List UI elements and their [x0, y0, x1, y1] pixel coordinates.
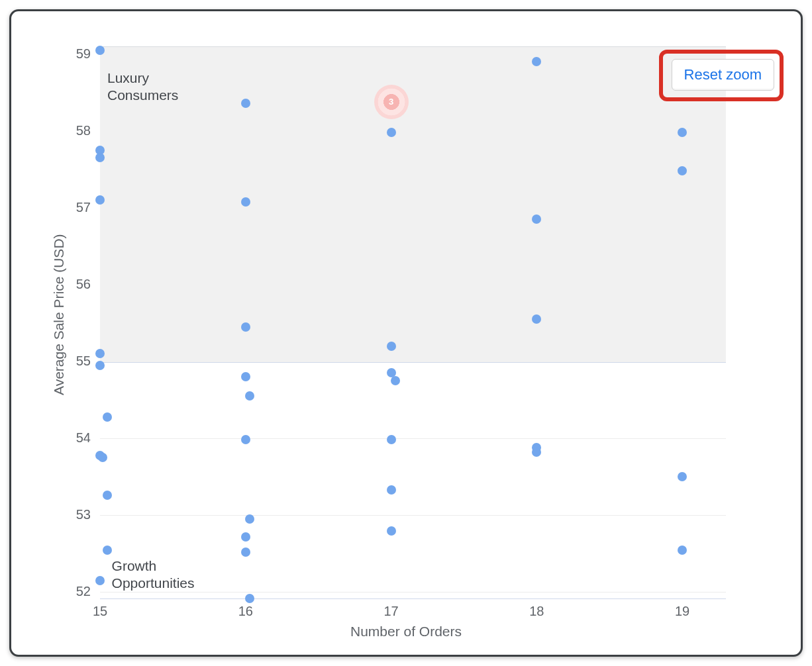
gridline-y [100, 438, 726, 439]
data-point[interactable] [532, 448, 541, 457]
chart-frame: Luxury ConsumersGrowth Opportunities3 Av… [9, 9, 803, 657]
x-tick-label: 16 [229, 604, 262, 619]
data-point[interactable] [245, 594, 254, 603]
y-tick-label: 56 [62, 277, 91, 292]
data-point[interactable] [95, 46, 105, 55]
data-point[interactable] [387, 342, 396, 351]
luxury-consumers-label: Luxury Consumers [107, 70, 178, 104]
data-point[interactable] [103, 412, 112, 422]
y-tick-label: 53 [62, 507, 91, 522]
plot-area[interactable]: Luxury ConsumersGrowth Opportunities3 [100, 46, 726, 600]
reset-zoom-button[interactable]: Reset zoom [672, 59, 774, 91]
y-tick-label: 52 [62, 584, 91, 599]
data-point[interactable] [391, 376, 400, 385]
y-tick-label: 54 [62, 430, 91, 446]
data-point[interactable] [678, 472, 687, 481]
growth-opportunities-label: Growth Opportunities [112, 557, 195, 592]
data-point[interactable] [241, 532, 250, 542]
viewport: Luxury ConsumersGrowth Opportunities3 Av… [0, 0, 812, 666]
data-point[interactable] [98, 453, 107, 462]
y-tick-label: 59 [62, 46, 91, 62]
luxury-band [100, 46, 726, 363]
data-point[interactable] [241, 547, 250, 557]
y-tick-label: 55 [62, 354, 91, 369]
data-point[interactable] [245, 514, 254, 524]
gridline-y [100, 592, 726, 593]
data-point[interactable] [387, 485, 396, 495]
y-tick-label: 58 [62, 123, 91, 138]
data-point[interactable] [103, 491, 112, 500]
y-tick-label: 57 [62, 200, 91, 215]
data-point[interactable] [678, 128, 687, 137]
gridline-y [100, 515, 726, 516]
data-point[interactable] [678, 546, 687, 555]
data-point[interactable] [103, 546, 112, 555]
data-point[interactable] [245, 391, 254, 401]
cluster-marker[interactable]: 3 [374, 85, 409, 119]
x-tick-label: 17 [375, 604, 408, 619]
data-point[interactable] [241, 322, 250, 332]
x-tick-label: 18 [520, 604, 553, 619]
cluster-marker-label: 3 [389, 97, 393, 107]
data-point[interactable] [387, 435, 396, 444]
x-tick-label: 15 [83, 604, 117, 619]
data-point[interactable] [241, 435, 250, 444]
x-tick-label: 19 [666, 604, 699, 619]
data-point[interactable] [387, 526, 396, 536]
data-point[interactable] [241, 197, 250, 207]
data-point[interactable] [95, 576, 105, 585]
data-point[interactable] [95, 361, 105, 370]
data-point[interactable] [241, 372, 250, 381]
growth-line [100, 598, 726, 599]
data-point[interactable] [387, 128, 396, 137]
x-axis-title: Number of Orders [11, 624, 801, 640]
y-axis-title: Average Sale Price (USD) [51, 234, 67, 395]
data-point[interactable] [241, 99, 250, 108]
